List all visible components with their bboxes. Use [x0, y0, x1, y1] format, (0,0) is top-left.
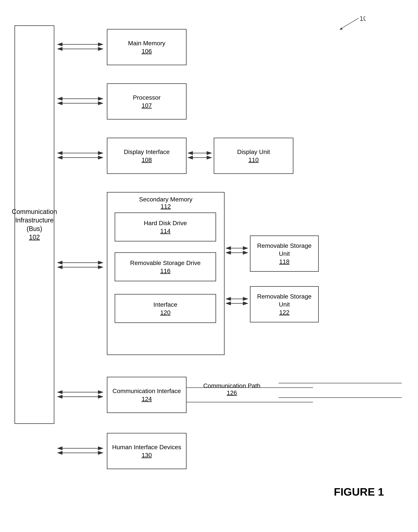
arrow-bus-comminterface — [54, 389, 107, 401]
removable-storage-unit-118-box: Removable Storage Unit118 — [250, 235, 319, 272]
diagram-container: 100 Communication Infrastructure (Bus) 1… — [14, 14, 402, 504]
processor-label: Processor107 — [133, 93, 161, 109]
arrow-bus-secondarymemory — [54, 259, 107, 272]
display-interface-box: Display Interface108 — [107, 138, 186, 174]
processor-box: Processor107 — [107, 83, 186, 120]
main-memory-box: Main Memory106 — [107, 29, 186, 65]
comm-path-lines — [279, 376, 405, 412]
communication-interface-box: Communication Interface124 — [107, 377, 186, 413]
ref-100-label: 100 — [330, 16, 366, 32]
human-interface-devices-box: Human Interface Devices130 — [107, 433, 186, 469]
communication-path-label: Communication Path126 — [196, 382, 268, 396]
svg-text:100: 100 — [360, 16, 366, 22]
removable-storage-drive-label: Removable Storage Drive116 — [130, 259, 200, 275]
hard-disk-drive-label: Hard Disk Drive114 — [144, 219, 187, 235]
main-memory-label: Main Memory106 — [128, 39, 165, 55]
removable-storage-unit-118-label: Removable Storage Unit118 — [252, 242, 316, 266]
arrow-bus-processor — [54, 95, 107, 108]
figure-label: FIGURE 1 — [334, 486, 384, 498]
arrow-removablestoragedrv-rsu118 — [224, 244, 250, 257]
display-interface-label: Display Interface108 — [124, 148, 170, 164]
arrow-interface-rsu122 — [224, 295, 250, 308]
arrow-bus-mainmemory — [54, 41, 107, 53]
arrow-bus-humaninterface — [54, 445, 107, 457]
removable-storage-drive-box: Removable Storage Drive116 — [115, 252, 216, 281]
hard-disk-drive-box: Hard Disk Drive114 — [115, 212, 216, 242]
display-unit-box: Display Unit110 — [214, 138, 293, 174]
interface-box: Interface120 — [115, 294, 216, 323]
arrow-bus-displayinterface — [54, 150, 107, 162]
bus-box: Communication Infrastructure (Bus) 102 — [14, 25, 54, 424]
arrow-displayinterface-displayunit — [186, 150, 214, 162]
interface-label: Interface120 — [153, 301, 177, 316]
display-unit-label: Display Unit110 — [237, 148, 270, 164]
removable-storage-unit-122-label: Removable Storage Unit122 — [252, 292, 316, 316]
removable-storage-unit-122-box: Removable Storage Unit122 — [250, 286, 319, 323]
svg-line-0 — [340, 18, 359, 29]
human-interface-devices-label: Human Interface Devices130 — [112, 443, 181, 459]
communication-interface-label: Communication Interface124 — [113, 387, 181, 403]
secondary-memory-title: Secondary Memory112 — [107, 196, 224, 210]
bus-label: Communication Infrastructure (Bus) 102 — [12, 208, 57, 242]
secondary-memory-outer-box: Secondary Memory112 Hard Disk Drive114 R… — [107, 192, 225, 355]
